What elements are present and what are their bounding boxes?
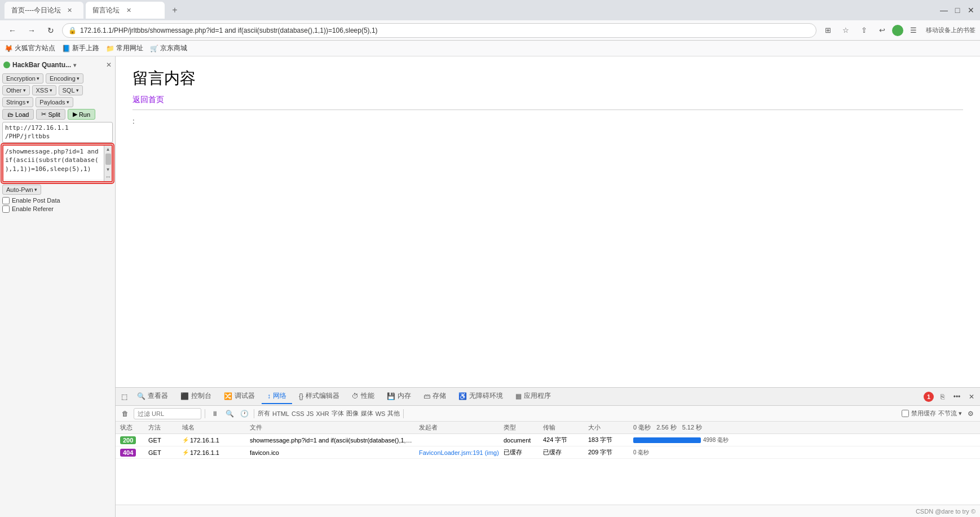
- status-200: 200: [118, 437, 146, 444]
- redirect-icon-1: ⚡: [182, 437, 189, 443]
- extensions-button[interactable]: ⊞: [820, 23, 836, 38]
- toolbar-sep-1: [205, 409, 205, 418]
- close-button[interactable]: ✕: [966, 6, 975, 15]
- other-arrow: ▾: [23, 87, 26, 93]
- no-throttle-label[interactable]: 不节流 ▾: [938, 409, 962, 418]
- filter-url-input[interactable]: [134, 408, 201, 419]
- filter-html[interactable]: HTML: [272, 410, 289, 417]
- back-link[interactable]: 返回首页: [133, 95, 963, 105]
- autopwn-dropdown[interactable]: Auto-Pwn ▾: [2, 185, 41, 195]
- bookmark-newbie[interactable]: 📘 新手上路: [62, 43, 99, 53]
- filter-media[interactable]: 媒体: [361, 409, 373, 418]
- filter-js[interactable]: JS: [307, 410, 314, 417]
- new-tab-button[interactable]: +: [167, 2, 183, 18]
- clear-network-button[interactable]: 🗑: [119, 408, 131, 420]
- timing-1: 4998 毫秒: [703, 436, 729, 444]
- devtools-top-right: 1 ⎘ ••• ✕: [924, 391, 978, 403]
- tab-2[interactable]: 留言论坛 ✕: [86, 2, 165, 19]
- hackbar-green-dot: [3, 62, 10, 68]
- hackbar-close-button[interactable]: ✕: [106, 61, 112, 69]
- devtools-tab-style[interactable]: {} 样式编辑器: [293, 389, 345, 404]
- payloads-dropdown[interactable]: Payloads ▾: [36, 97, 73, 107]
- encoding-dropdown[interactable]: Encoding ▾: [46, 73, 83, 84]
- devtools-tab-network[interactable]: ↕ 网络: [262, 389, 292, 404]
- bookmark-foxofficial[interactable]: 🦊 火狐官方站点: [5, 43, 55, 53]
- devtools-close-button[interactable]: ✕: [965, 391, 978, 403]
- timing-2: 0 毫秒: [633, 449, 649, 457]
- network-column-headers: 状态 方法 域名 文件 发起者 类型 传输 大小 0 毫秒 2.56 秒 5.1…: [116, 422, 980, 434]
- load-button[interactable]: 🗁 Load: [2, 109, 34, 120]
- col-header-initiator: 发起者: [417, 423, 501, 432]
- bookmark-jd[interactable]: 🛒 京东商城: [150, 43, 187, 53]
- back-button[interactable]: ←: [5, 23, 20, 38]
- devtools-tab-storage[interactable]: 🗃 存储: [418, 389, 452, 404]
- menu-button[interactable]: ☰: [906, 23, 921, 38]
- network-row-1[interactable]: 200 GET ⚡ 172.16.1.1 showmessage.php?id=…: [116, 434, 980, 446]
- hackbar-expand-icon[interactable]: ▾: [73, 62, 76, 68]
- enable-referer-label: Enable Referer: [12, 205, 54, 212]
- run-button[interactable]: ▶ Run: [68, 109, 95, 120]
- devtools-tab-console[interactable]: ⬛ 控制台: [175, 389, 217, 404]
- devtools-more-button[interactable]: •••: [951, 391, 963, 403]
- scroll-down-arrow[interactable]: ▼: [106, 167, 111, 172]
- devtools-tab-perf[interactable]: ⏱ 性能: [346, 389, 380, 404]
- filter-all[interactable]: 所有: [258, 409, 270, 418]
- filter-xhr[interactable]: XHR: [316, 410, 329, 417]
- maximize-button[interactable]: □: [953, 6, 962, 15]
- filter-css[interactable]: CSS: [292, 410, 304, 417]
- devtools-inspect-icon[interactable]: ⬚: [118, 391, 130, 403]
- devtools-tab-inspector[interactable]: 🔍 查看器: [131, 389, 174, 404]
- filter-ws[interactable]: WS: [376, 410, 386, 417]
- devtools-tab-app[interactable]: ▦ 应用程序: [510, 389, 557, 404]
- minimize-button[interactable]: —: [939, 6, 948, 15]
- search-button[interactable]: 🔍: [223, 408, 236, 420]
- profile-avatar[interactable]: [892, 25, 903, 36]
- scroll-handle[interactable]: [105, 154, 111, 165]
- hackbar-textarea[interactable]: /showmessage.php?id=1 and if(ascii(subst…: [3, 146, 112, 179]
- size-2: 209 字节: [586, 448, 631, 457]
- debugger-icon: 🔀: [224, 392, 232, 400]
- devtools-tab-memory[interactable]: 💾 内存: [381, 389, 417, 404]
- split-button[interactable]: ✂ Split: [36, 109, 65, 120]
- bookmark-common-urls[interactable]: 📁 常用网址: [106, 43, 143, 53]
- resize-handle-icon: ⤢: [104, 173, 112, 181]
- redirect-icon-2: ⚡: [182, 449, 189, 455]
- tab-1[interactable]: 首页----今日论坛 ✕: [5, 2, 83, 19]
- window-controls: — □ ✕: [939, 6, 975, 15]
- devtools-copy-button[interactable]: ⎘: [936, 391, 948, 403]
- tab-1-close[interactable]: ✕: [65, 6, 74, 15]
- toolbar-button-1[interactable]: ⇧: [856, 23, 872, 38]
- clock-button[interactable]: 🕐: [238, 408, 250, 420]
- forward-button[interactable]: →: [24, 23, 39, 38]
- xss-dropdown[interactable]: XSS ▾: [32, 85, 56, 95]
- toolbar-button-2[interactable]: ↩: [874, 23, 890, 38]
- payloads-arrow: ▾: [67, 99, 69, 105]
- bookmark-star-button[interactable]: ☆: [838, 23, 854, 38]
- enable-referer-row: Enable Referer: [2, 205, 113, 213]
- network-row-2[interactable]: 404 GET ⚡ 172.16.1.1 favicon.ico Favicon…: [116, 446, 980, 459]
- page-divider: [133, 109, 963, 110]
- filter-image[interactable]: 图像: [346, 409, 359, 418]
- size-1: 183 字节: [586, 436, 631, 444]
- hackbar-scrollbar[interactable]: ▲ ▼ ⤢: [104, 146, 112, 181]
- console-icon: ⬛: [180, 392, 189, 400]
- enable-post-data-checkbox[interactable]: [2, 197, 10, 204]
- filter-other[interactable]: 其他: [387, 409, 400, 418]
- other-dropdown[interactable]: Other ▾: [2, 85, 30, 95]
- reload-button[interactable]: ↻: [43, 23, 59, 38]
- timeline-1: 4998 毫秒: [631, 436, 978, 444]
- devtools-tab-a11y[interactable]: ♿ 无障碍环境: [453, 389, 509, 404]
- nav-right-controls: ⊞ ☆ ⇧ ↩ ☰ 移动设备上的书签: [820, 23, 975, 38]
- network-settings-button[interactable]: ⚙: [964, 408, 977, 420]
- pause-button[interactable]: ⏸: [209, 408, 221, 420]
- encryption-dropdown[interactable]: Encryption ▾: [2, 73, 43, 84]
- enable-referer-checkbox[interactable]: [2, 205, 10, 213]
- devtools-tab-debugger[interactable]: 🔀 调试器: [218, 389, 261, 404]
- strings-dropdown[interactable]: Strings ▾: [2, 97, 33, 107]
- filter-font[interactable]: 字体: [332, 409, 344, 418]
- disable-cache-checkbox[interactable]: [902, 410, 909, 417]
- sql-dropdown[interactable]: SQL ▾: [59, 85, 83, 95]
- tab-2-close[interactable]: ✕: [124, 6, 133, 15]
- scroll-up-arrow[interactable]: ▲: [106, 147, 111, 152]
- address-bar[interactable]: 🔒 172.16.1.1/PHP/jrltbbs/showmessage.php…: [62, 23, 816, 38]
